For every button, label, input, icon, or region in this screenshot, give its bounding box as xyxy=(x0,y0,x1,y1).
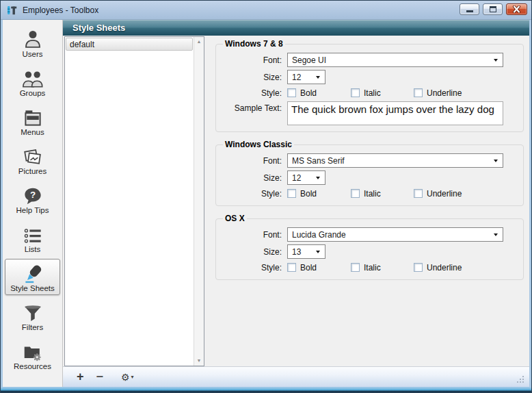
sidebar-item-users[interactable]: Users xyxy=(5,25,60,61)
close-button[interactable] xyxy=(506,3,527,15)
scroll-up-icon[interactable]: ▲ xyxy=(197,39,202,45)
bold-option-classic: Bold xyxy=(287,189,351,199)
groups-icon xyxy=(22,66,44,88)
sample-text-label: Sample Text: xyxy=(222,101,287,113)
bold-checkbox[interactable] xyxy=(287,88,296,97)
help-tips-icon: ? xyxy=(23,183,42,205)
group-title: Windows 7 & 8 xyxy=(223,39,285,49)
sample-text-input[interactable]: The quick brown fox jumps over the lazy … xyxy=(287,101,503,125)
svg-text:?: ? xyxy=(29,190,35,200)
chevron-down-icon xyxy=(316,76,320,79)
chevron-down-icon xyxy=(316,177,320,179)
size-select-value: 13 xyxy=(292,247,301,257)
app-window: Employees - Toolbox xyxy=(0,0,532,393)
toolbox-app-icon xyxy=(7,5,18,16)
style-label: Style: xyxy=(222,189,287,199)
maximize-button[interactable] xyxy=(483,3,503,15)
font-label: Font: xyxy=(222,230,287,240)
users-icon xyxy=(23,27,43,49)
group-windows-7-8: Windows 7 & 8 Font: Segoe UI Size: 12 xyxy=(215,39,524,132)
underline-option-osx: Underline xyxy=(414,263,462,272)
size-select-w7[interactable]: 12 xyxy=(287,70,325,84)
close-icon xyxy=(512,5,521,13)
font-select-osx[interactable]: Lucida Grande xyxy=(287,227,503,242)
chevron-down-icon xyxy=(494,59,498,62)
size-label: Size: xyxy=(222,247,287,257)
list-item-default[interactable]: default xyxy=(66,38,193,51)
italic-checkbox[interactable] xyxy=(351,88,360,97)
bold-option-osx: Bold xyxy=(287,263,351,272)
bold-option-w7: Bold xyxy=(287,88,351,98)
font-select-w7[interactable]: Segoe UI xyxy=(287,53,503,67)
gear-icon: ⚙ xyxy=(121,372,130,383)
italic-checkbox[interactable] xyxy=(351,189,360,198)
underline-option-classic: Underline xyxy=(414,189,462,199)
stylesheet-list: default ▲ ▼ xyxy=(64,36,204,366)
filters-icon xyxy=(23,301,43,322)
italic-option-w7: Italic xyxy=(351,88,414,98)
style-sheets-icon xyxy=(23,262,43,283)
chevron-down-icon xyxy=(494,233,498,236)
sidebar-item-groups[interactable]: Groups xyxy=(5,64,60,100)
window-bottom-border xyxy=(1,387,531,392)
italic-checkbox[interactable] xyxy=(351,263,360,272)
caption-buttons xyxy=(460,3,527,15)
italic-option-osx: Italic xyxy=(351,263,414,272)
size-select-value: 12 xyxy=(292,173,301,183)
minimize-button[interactable] xyxy=(460,3,479,15)
bold-checkbox[interactable] xyxy=(287,263,296,272)
sidebar-item-pictures[interactable]: Pictures xyxy=(5,142,60,178)
group-windows-classic: Windows Classic Font: MS Sans Serif Size… xyxy=(215,140,524,206)
font-select-value: Segoe UI xyxy=(292,55,326,65)
menus-icon xyxy=(23,105,43,127)
size-label: Size: xyxy=(222,73,287,82)
font-select-value: MS Sans Serif xyxy=(292,156,345,166)
underline-checkbox[interactable] xyxy=(414,263,423,272)
size-select-osx[interactable]: 13 xyxy=(287,244,325,259)
sidebar-item-help-tips[interactable]: ? Help Tips xyxy=(5,181,60,217)
style-editor-panel: Windows 7 & 8 Font: Segoe UI Size: 12 xyxy=(204,36,529,366)
resources-icon xyxy=(23,340,43,362)
sidebar-item-style-sheets[interactable]: Style Sheets xyxy=(5,259,60,295)
underline-checkbox[interactable] xyxy=(414,189,423,198)
scroll-down-icon[interactable]: ▼ xyxy=(197,358,202,364)
font-label: Font: xyxy=(222,156,287,166)
sidebar-item-filters[interactable]: Filters xyxy=(5,298,60,334)
style-label: Style: xyxy=(222,88,287,98)
lists-icon xyxy=(23,223,42,244)
chevron-down-icon xyxy=(494,160,498,162)
panel-header: Style Sheets xyxy=(63,20,529,36)
sidebar: Users Groups xyxy=(3,20,63,387)
group-title: Windows Classic xyxy=(223,140,294,149)
maximize-icon xyxy=(490,6,496,12)
remove-stylesheet-button[interactable]: − xyxy=(96,370,104,384)
panel-title: Style Sheets xyxy=(72,23,125,33)
size-label: Size: xyxy=(222,173,287,183)
size-select-value: 12 xyxy=(292,73,301,82)
window-title: Employees - Toolbox xyxy=(23,5,460,15)
add-stylesheet-button[interactable]: + xyxy=(77,370,84,384)
minimize-icon xyxy=(466,10,473,12)
chevron-down-icon xyxy=(316,251,320,253)
style-label: Style: xyxy=(222,263,287,272)
list-toolbar: + − ⚙ ▾ xyxy=(63,366,529,387)
sidebar-item-resources[interactable]: Resources xyxy=(5,337,60,373)
font-label: Font: xyxy=(222,55,287,65)
underline-checkbox[interactable] xyxy=(414,88,423,97)
sidebar-item-lists[interactable]: Lists xyxy=(5,220,60,256)
group-title: OS X xyxy=(223,214,247,223)
stylesheet-list-body[interactable]: default xyxy=(65,37,194,366)
pictures-icon xyxy=(23,144,43,166)
font-select-value: Lucida Grande xyxy=(292,230,346,240)
size-select-classic[interactable]: 12 xyxy=(287,170,325,185)
sidebar-item-menus[interactable]: Menus xyxy=(5,103,60,139)
group-os-x: OS X Font: Lucida Grande Size: 13 xyxy=(215,214,524,280)
resize-grip[interactable] xyxy=(516,375,524,383)
italic-option-classic: Italic xyxy=(351,189,414,199)
gear-caret-icon: ▾ xyxy=(131,374,134,380)
bold-checkbox[interactable] xyxy=(287,189,296,198)
list-scrollbar[interactable]: ▲ ▼ xyxy=(194,37,204,366)
font-select-classic[interactable]: MS Sans Serif xyxy=(287,153,503,168)
actions-gear-button[interactable]: ⚙ ▾ xyxy=(121,372,134,383)
titlebar: Employees - Toolbox xyxy=(1,1,531,20)
